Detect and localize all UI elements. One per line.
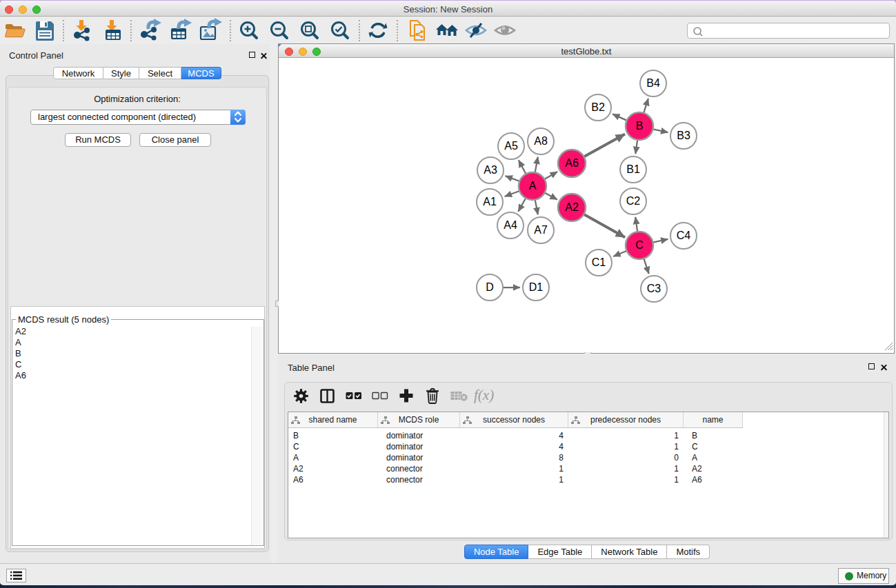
svg-text:C4: C4: [677, 230, 691, 241]
svg-text:C2: C2: [626, 195, 641, 207]
svg-text:B: B: [636, 120, 644, 132]
svg-text:D1: D1: [529, 281, 544, 293]
svg-text:B3: B3: [677, 130, 690, 141]
svg-text:C3: C3: [647, 283, 661, 294]
svg-text:B4: B4: [646, 77, 660, 89]
svg-text:B2: B2: [591, 101, 605, 113]
svg-text:A5: A5: [504, 140, 518, 152]
svg-text:A3: A3: [484, 164, 497, 176]
svg-text:A8: A8: [534, 135, 548, 147]
svg-text:A2: A2: [565, 201, 579, 213]
svg-text:D: D: [486, 281, 494, 293]
svg-text:A6: A6: [565, 157, 579, 169]
svg-text:A1: A1: [483, 196, 497, 207]
svg-text:A: A: [529, 180, 537, 192]
svg-text:A7: A7: [534, 224, 548, 236]
svg-text:C: C: [635, 239, 644, 251]
svg-text:A4: A4: [504, 219, 517, 231]
svg-text:B1: B1: [626, 163, 640, 175]
svg-text:C1: C1: [592, 256, 606, 268]
